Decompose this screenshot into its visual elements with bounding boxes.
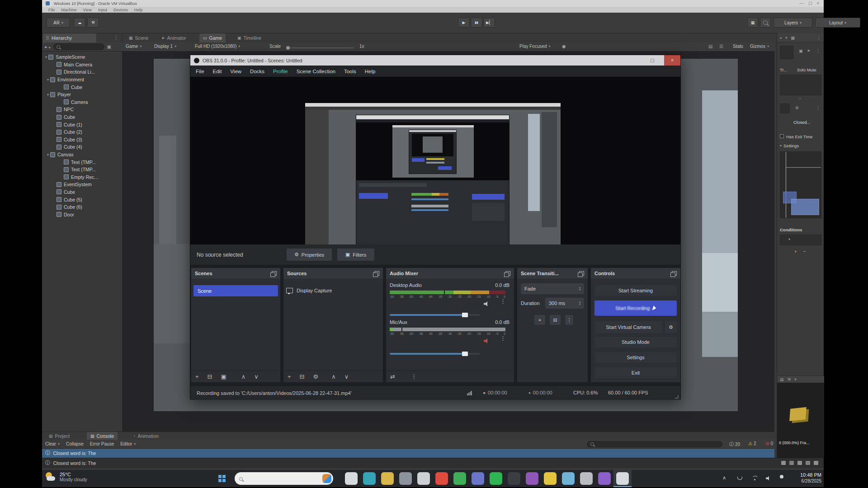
weather-widget[interactable]: 25°C Mostly cloudy — [45, 471, 87, 483]
info-badge[interactable]: ⓘ 20 — [729, 441, 740, 447]
hierarchy-item[interactable]: Cube (6) — [42, 203, 123, 211]
scenes-header[interactable]: Scenes — [191, 268, 280, 279]
remove-condition-button[interactable]: − — [803, 249, 806, 254]
obs-preview[interactable] — [190, 77, 680, 244]
remove-scene-button[interactable]: ⊟ — [208, 373, 212, 380]
mic-menu-icon[interactable]: ⋮ — [500, 335, 506, 342]
start-button[interactable] — [218, 475, 226, 482]
taskbar-icon-steam[interactable] — [396, 470, 415, 487]
vm-minimize-icon[interactable]: — — [799, 1, 803, 5]
hierarchy-item[interactable]: ▾ Player — [42, 91, 123, 99]
popout-icon[interactable] — [672, 271, 677, 276]
duration-spinbox[interactable]: 300 ms ▴ ▾ — [545, 298, 584, 309]
expand-arrow-icon[interactable]: ▾ — [46, 78, 50, 82]
add-transition-button[interactable]: + — [534, 315, 545, 325]
vm-menu-item[interactable]: View — [83, 8, 92, 12]
tab-timeline[interactable]: ▣ Timeline — [234, 33, 265, 42]
chevron-down-icon[interactable]: ▾ — [795, 377, 797, 381]
obs-close-button[interactable]: × — [664, 55, 680, 66]
clear-button[interactable]: Clear ▾ — [45, 441, 60, 446]
hierarchy-item[interactable]: Cube (2) — [42, 128, 123, 136]
start-virtual-camera-button[interactable]: Start Virtual Camera — [594, 321, 662, 333]
hierarchy-item[interactable]: ▾ Canvas — [42, 151, 123, 159]
display-dropdown[interactable]: Display 1 ▾ — [154, 44, 176, 49]
sources-header[interactable]: Sources — [283, 268, 383, 279]
add-scene-button[interactable]: + — [195, 373, 199, 380]
animation-preview[interactable]: 0 (000.0%) Fra... — [777, 383, 824, 458]
expand-arrow-icon[interactable]: ▾ — [46, 153, 50, 157]
obs-menu-item[interactable]: Tools — [344, 69, 356, 74]
source-properties-button[interactable]: ⚙ — [313, 373, 319, 380]
properties-button[interactable]: ⚙ Properties — [287, 249, 332, 261]
mixer-menu-icon[interactable]: ⋮ — [411, 373, 417, 380]
filters-button[interactable]: ▣ Filters — [337, 249, 374, 261]
advanced-audio-icon[interactable]: ⇄ — [390, 373, 395, 380]
inspector-lock-icon[interactable]: ● — [780, 36, 782, 39]
source-down-button[interactable]: ∨ — [344, 373, 349, 380]
audio-mixer-header[interactable]: Audio Mixer — [386, 268, 514, 279]
minus-icon[interactable]: − — [799, 96, 802, 101]
vsync-icon[interactable]: ☰ — [719, 44, 723, 49]
tab-animator[interactable]: ➤ Animator — [158, 33, 190, 42]
warning-badge[interactable]: ⚠ 2 — [748, 441, 756, 446]
console-entry-selected[interactable]: ⓘ Closest word is: The — [42, 449, 774, 458]
mic-slider[interactable] — [390, 353, 480, 355]
undo-history-button[interactable]: ▦ — [747, 18, 758, 28]
vm-menu-item[interactable]: Input — [98, 8, 107, 12]
exit-button[interactable]: Exit — [594, 367, 677, 378]
transition-menu-button[interactable]: ⋮ — [565, 315, 573, 325]
play-focused-dropdown[interactable]: Play Focused ▾ — [519, 44, 551, 49]
virtual-camera-settings-button[interactable]: ⚙ — [665, 321, 677, 333]
source-up-button[interactable]: ∧ — [331, 373, 336, 380]
spin-down-icon[interactable]: ▾ — [579, 303, 580, 305]
scale-slider-handle[interactable] — [286, 46, 290, 50]
spin-down-icon[interactable]: ▾ — [579, 289, 580, 291]
resize-grip[interactable] — [675, 395, 679, 399]
transitions-list[interactable] — [780, 75, 821, 95]
obs-menu-item[interactable]: Edit — [213, 69, 222, 74]
obs-menu-item[interactable]: Help — [365, 69, 376, 74]
account-button[interactable]: AR ▾ — [47, 18, 70, 28]
taskbar-icon-visual-studio[interactable] — [595, 470, 613, 487]
tab-console[interactable]: ▤ Console — [87, 432, 118, 440]
hierarchy-dots-icon[interactable]: ⋮ — [113, 35, 118, 41]
game-dropdown[interactable]: Game ▾ — [126, 44, 142, 49]
obs-menu-item[interactable]: Scene Collection — [297, 69, 335, 74]
obs-menu-item[interactable]: Docks — [250, 69, 264, 74]
popout-icon[interactable] — [505, 271, 510, 276]
tab-animation[interactable]: ◔ Animation — [129, 432, 162, 440]
error-badge[interactable]: ⊘ 0 — [765, 441, 773, 446]
hierarchy-item[interactable]: EventSystem — [42, 181, 123, 188]
hierarchy-item[interactable]: Cube (5) — [42, 196, 123, 203]
tab-scene[interactable]: ▦ Scene — [125, 33, 152, 42]
vm-menu-item[interactable]: Devices — [113, 8, 128, 12]
chevron-down-icon[interactable]: ▾ — [785, 36, 787, 40]
cloud-button[interactable]: ☁ — [74, 18, 85, 28]
obs-menu-item[interactable]: Profile — [273, 69, 288, 74]
hierarchy-item[interactable]: Cube — [42, 83, 123, 91]
transitions-header[interactable]: Scene Transiti... — [517, 268, 588, 279]
clock[interactable]: 10:48 PM 6/28/2025 — [793, 472, 821, 484]
popout-icon[interactable] — [579, 271, 584, 276]
remove-transition-button[interactable]: ⊟ — [550, 315, 561, 325]
step-button[interactable]: ▶▏ — [483, 18, 495, 28]
obs-titlebar[interactable]: OBS 31.0.0 - Profile: Untitled - Scenes:… — [190, 55, 680, 66]
hierarchy-item[interactable]: Text (TMP... — [42, 166, 123, 174]
hierarchy-item[interactable]: Cube — [42, 113, 123, 121]
hierarchy-item[interactable]: Cube — [42, 188, 123, 196]
tab-hierarchy[interactable]: ☰ Hierarchy — [43, 33, 96, 42]
start-streaming-button[interactable]: Start Streaming — [594, 285, 677, 296]
taskbar-icon-github[interactable] — [505, 470, 523, 487]
capture-icon[interactable]: ◉ — [562, 44, 566, 49]
hierarchy-filter-icon[interactable]: ▣ — [107, 44, 111, 49]
taskbar-icon-obs[interactable] — [613, 470, 632, 487]
desktop-audio-slider[interactable] — [390, 314, 480, 316]
play-button[interactable]: ▶ — [458, 18, 470, 28]
collapse-button[interactable]: Collapse — [66, 441, 84, 446]
popout-icon[interactable] — [272, 271, 277, 276]
transition-graph[interactable] — [780, 151, 821, 218]
tools-button[interactable]: ⚒ — [87, 18, 99, 28]
vm-close-icon[interactable]: × — [817, 1, 819, 5]
taskbar-icon-mail[interactable] — [342, 470, 360, 487]
add-condition-button[interactable]: + — [794, 249, 797, 254]
